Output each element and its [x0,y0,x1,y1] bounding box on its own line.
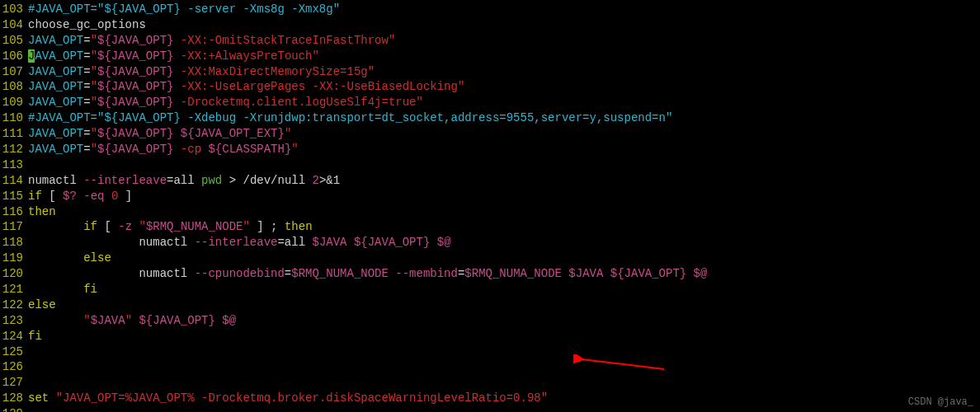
code-line[interactable]: 120 numactl --cpunodebind=$RMQ_NUMA_NODE… [0,266,980,282]
token: if [83,220,97,233]
code-line[interactable]: 128set "JAVA_OPT=%JAVA_OPT% -Drocketmq.b… [0,391,980,406]
token: " [291,143,298,156]
code-line[interactable]: 110#JAVA_OPT="${JAVA_OPT} -Xdebug -Xrunj… [0,110,980,126]
code-line[interactable]: 112JAVA_OPT="${JAVA_OPT} -cp ${CLASSPATH… [0,142,980,157]
line-number: 123 [0,313,28,329]
code-content[interactable]: numactl --interleave=all $JAVA ${JAVA_OP… [28,235,980,250]
code-content[interactable] [28,375,980,391]
token: $RMQ_NUMA_NODE [291,267,389,280]
token: numactl [28,267,195,280]
code-line[interactable]: 121 fi [0,282,980,297]
line-number: 127 [0,375,28,391]
token: = [83,143,90,156]
code-content[interactable]: else [28,297,980,313]
code-content[interactable]: JAVA_OPT="${JAVA_OPT} ${JAVA_OPT_EXT}" [28,126,980,142]
token: #JAVA_OPT="${JAVA_OPT} -Xdebug -Xrunjdwp… [28,111,672,124]
line-number: 126 [0,359,28,375]
code-content[interactable]: #JAVA_OPT="${JAVA_OPT} -server -Xms8g -X… [28,2,980,17]
code-line[interactable]: 103#JAVA_OPT="${JAVA_OPT} -server -Xms8g… [0,2,980,17]
line-number: 128 [0,391,28,406]
token: ${JAVA_OPT} [610,267,686,280]
code-content[interactable]: choose_gc_options [28,17,980,33]
token [49,391,55,405]
code-line[interactable]: 124fi [0,329,980,344]
code-line[interactable]: 123 "$JAVA" ${JAVA_OPT} $@ [0,313,980,329]
token: ${CLASSPATH} [208,143,291,156]
token: ${JAVA_OPT} [97,96,173,109]
code-content[interactable]: JAVA_OPT="${JAVA_OPT} -cp ${CLASSPATH}" [28,142,980,157]
line-number: 103 [0,2,28,17]
token: -z [118,220,132,233]
code-line[interactable]: 125 [0,344,980,360]
token: JAVA_OPT [28,143,83,156]
code-content[interactable]: #JAVA_OPT="${JAVA_OPT} -Xdebug -Xrunjdwp… [28,110,980,126]
code-content[interactable]: numactl --cpunodebind=$RMQ_NUMA_NODE --m… [28,266,980,282]
code-line[interactable]: 118 numactl --interleave=all $JAVA ${JAV… [0,235,980,250]
code-content[interactable]: set "JAVA_OPT=%JAVA_OPT% -Drocketmq.brok… [28,391,980,406]
code-line[interactable]: 105JAVA_OPT="${JAVA_OPT} -XX:-OmitStackT… [0,33,980,49]
code-line[interactable]: 108JAVA_OPT="${JAVA_OPT} -XX:-UseLargePa… [0,79,980,95]
code-line[interactable]: 104choose_gc_options [0,17,980,33]
code-line[interactable]: 114numactl --interleave=all pwd > /dev/n… [0,173,980,189]
token: " [83,314,90,327]
token: choose_gc_options [28,18,146,31]
token: = [83,34,90,47]
code-content[interactable]: JAVA_OPT="${JAVA_OPT} -XX:-UseLargePages… [28,79,980,95]
token: JAVA_OPT [28,127,83,140]
code-line[interactable]: 106JAVA_OPT="${JAVA_OPT} -XX:+AlwaysPreT… [0,49,980,64]
token: " [91,143,97,156]
token: if [28,190,42,203]
token: ${JAVA_OPT} [97,34,173,47]
token: fi [83,283,97,296]
code-content[interactable]: else [28,250,980,266]
code-line[interactable]: 116then [0,204,980,220]
token: --membind [395,267,458,280]
line-number: 122 [0,297,28,313]
code-content[interactable] [28,344,980,360]
token: --interleave [83,174,167,187]
token: " [458,80,464,93]
code-content[interactable] [28,406,980,412]
code-content[interactable]: JAVA_OPT="${JAVA_OPT} -XX:-OmitStackTrac… [28,33,980,49]
code-line[interactable]: 115if [ $? -eq 0 ] [0,189,980,204]
code-line[interactable]: 122else [0,297,980,313]
token: ${JAVA_OPT} [97,143,173,156]
code-line[interactable]: 119 else [0,250,980,266]
code-content[interactable] [28,359,980,375]
code-line[interactable]: 113 [0,157,980,173]
line-number: 111 [0,126,28,142]
code-line[interactable]: 107JAVA_OPT="${JAVA_OPT} -XX:MaxDirectMe… [0,64,980,80]
line-number: 107 [0,64,28,80]
token: ${JAVA_OPT} [354,236,430,249]
code-content[interactable]: JAVA_OPT="${JAVA_OPT} -XX:MaxDirectMemor… [28,64,980,80]
token: " [139,220,145,233]
code-line[interactable]: 109JAVA_OPT="${JAVA_OPT} -Drocketmq.clie… [0,95,980,110]
code-content[interactable]: fi [28,329,980,344]
token: " [91,34,97,47]
token: ${JAVA_OPT} [97,65,173,78]
token: /dev/null [243,174,313,187]
code-line[interactable]: 111JAVA_OPT="${JAVA_OPT} ${JAVA_OPT_EXT}… [0,126,980,142]
code-content[interactable]: fi [28,282,980,297]
token: fi [28,330,42,343]
code-content[interactable] [28,157,980,173]
code-line[interactable]: 129 [0,406,980,412]
line-number: 110 [0,110,28,126]
line-number: 117 [0,219,28,235]
code-content[interactable]: if [ -z "$RMQ_NUMA_NODE" ] ; then [28,219,980,235]
token: 2 [313,174,319,187]
code-line[interactable]: 127 [0,375,980,391]
token: -XX:-UseLargePages -XX:-UseBiasedLocking [173,80,457,93]
code-content[interactable]: then [28,204,980,220]
code-content[interactable]: numactl --interleave=all pwd > /dev/null… [28,173,980,189]
code-content[interactable]: "$JAVA" ${JAVA_OPT} $@ [28,313,980,329]
code-content[interactable]: if [ $? -eq 0 ] [28,189,980,204]
token: else [28,298,56,311]
code-content[interactable]: JAVA_OPT="${JAVA_OPT} -XX:+AlwaysPreTouc… [28,49,980,64]
code-line[interactable]: 126 [0,359,980,375]
code-line[interactable]: 117 if [ -z "$RMQ_NUMA_NODE" ] ; then [0,219,980,235]
code-content[interactable]: JAVA_OPT="${JAVA_OPT} -Drocketmq.client.… [28,95,980,110]
code-editor[interactable]: 103#JAVA_OPT="${JAVA_OPT} -server -Xms8g… [0,0,980,412]
line-number: 106 [0,49,28,64]
token: " [312,49,318,63]
